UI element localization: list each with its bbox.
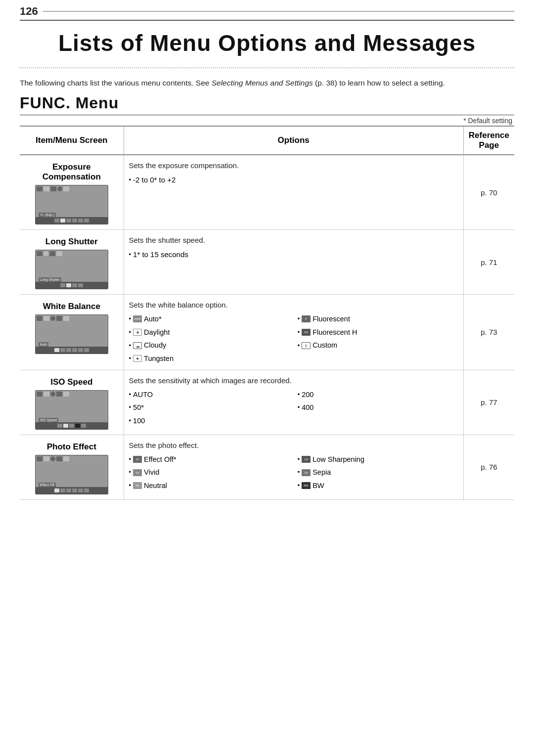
option-text: Vivid (144, 466, 159, 479)
option-item: • F Fluorescent (298, 313, 458, 325)
screen-icon (44, 456, 49, 461)
item-cell-iso: ISO Speed ISO Speed (20, 370, 124, 435)
options-desc-longshutter: Sets the shutter speed. (129, 235, 458, 245)
option-text: Custom (312, 339, 337, 352)
option-item: • -2 to 0* to +2 (129, 174, 458, 186)
default-note: * Default setting (20, 117, 514, 125)
screen-bottom-bar (36, 422, 108, 429)
option-item: • Ef Effect Off* (129, 453, 290, 466)
section-heading: FUNC. Menu (20, 94, 514, 116)
screen-icon (37, 316, 43, 321)
option-icon-auto: AWB (133, 315, 142, 322)
item-cell-longshutter: Long Shutter Long Shutter (20, 230, 124, 295)
page-title: Lists of Menu Options and Messages (20, 21, 514, 68)
screen-mockup-photo-effect: Effect Off (35, 455, 108, 494)
ref-page-photo-effect: p. 76 (481, 463, 497, 471)
screen-icon (56, 316, 62, 321)
screen-label: Effect Off (39, 483, 56, 487)
screen-icon (37, 392, 43, 397)
screen-icon (44, 392, 49, 397)
options-cell-iso: Sets the sensitivity at which images are… (124, 370, 463, 435)
screen-icon (50, 186, 56, 191)
options-desc-exposure: Sets the exposure compensation. (129, 160, 458, 171)
option-item: • ☀ Daylight (129, 326, 290, 339)
option-text: Daylight (144, 326, 170, 339)
col-header-options: Options (124, 126, 463, 155)
option-text: BW (312, 480, 324, 492)
option-text: 50* (133, 401, 144, 414)
option-text: Cloudy (144, 339, 166, 352)
screen-bottom-bar (36, 282, 108, 289)
option-icon-bw: BW (302, 482, 311, 489)
screen-icon (49, 251, 55, 256)
screen-icon (44, 316, 49, 321)
item-cell-photo-effect: Photo Effect Effect Off (20, 435, 124, 499)
option-icon-lowsharp: LS (302, 456, 311, 463)
options-grid-wb: • AWB Auto* • F Fluorescent • ☀ Dayl (129, 313, 458, 365)
table-row: White Balance Auto (20, 295, 514, 370)
screen-bottom-bar (36, 487, 108, 494)
option-text: Auto* (144, 313, 161, 325)
option-text: 200 (302, 389, 313, 401)
table-row: ISO Speed ISO Speed (20, 370, 514, 435)
col-header-item: Item/Menu Screen (20, 126, 124, 155)
option-item: • AUTO (129, 389, 290, 401)
screen-icon (57, 186, 62, 191)
ref-page-exposure: p. 70 (481, 188, 497, 197)
screen-bottom-bar (36, 217, 108, 224)
item-name-exposure: Exposure Compensation (25, 162, 119, 182)
option-item: • AWB Auto* (129, 313, 290, 325)
ref-cell-photo-effect: p. 76 (463, 435, 514, 499)
ref-cell-longshutter: p. 71 (463, 230, 514, 295)
screen-icon (50, 392, 55, 397)
col-header-ref: ReferencePage (463, 126, 514, 155)
screen-icon (50, 456, 55, 461)
ref-page-wb: p. 73 (481, 328, 497, 336)
option-item: • C Custom (298, 339, 458, 352)
option-item: • 50* (129, 401, 290, 414)
page-number-line (43, 11, 514, 12)
option-item: • LS Low Sharpening (298, 453, 458, 466)
option-text: AUTO (133, 389, 153, 401)
option-text: Fluorescent (312, 313, 350, 325)
option-item: • ✦ Tungsten (129, 353, 290, 365)
option-item: • 1* to 15 seconds (129, 248, 458, 261)
option-text: Effect Off* (144, 453, 177, 466)
ref-cell-exposure: p. 70 (463, 155, 514, 230)
item-name-photo-effect: Photo Effect (25, 442, 119, 452)
option-icon-effectoff: Ef (133, 456, 142, 463)
option-icon-neutral: Ne (133, 482, 142, 489)
screen-icon (50, 316, 55, 321)
options-cell-longshutter: Sets the shutter speed. • 1* to 15 secon… (124, 230, 463, 295)
option-text: 100 (133, 415, 145, 427)
screen-label: Auto (39, 342, 48, 347)
screen-icon (56, 392, 62, 397)
screen-icon (37, 456, 43, 461)
options-desc-iso: Sets the sensitivity at which images are… (129, 375, 458, 386)
screen-icon (44, 251, 48, 256)
screen-mockup-iso: ISO Speed (35, 390, 108, 430)
option-item: • 100 (129, 415, 290, 427)
option-icon-vivid: Vv (133, 469, 142, 476)
option-icon-sepia: Se (302, 469, 311, 476)
option-icon-custom: C (302, 342, 311, 349)
screen-mockup-longshutter: Long Shutter (35, 250, 108, 289)
screen-icon (63, 392, 69, 397)
page-wrapper: 126 Lists of Menu Options and Messages T… (0, 0, 534, 756)
item-name-longshutter: Long Shutter (25, 237, 119, 247)
page-number-bar: 126 (20, 0, 514, 21)
options-cell-wb: Sets the white balance option. • AWB Aut… (124, 295, 463, 370)
screen-icon (63, 186, 69, 191)
screen-icon (37, 186, 43, 191)
option-text: Sepia (312, 466, 331, 479)
option-icon-fluorescent: F (302, 315, 311, 322)
menu-table: Item/Menu Screen Options ReferencePage E… (20, 126, 514, 500)
item-cell-wb: White Balance Auto (20, 295, 124, 370)
option-item: • 400 (298, 401, 458, 414)
option-text: 1* to 15 seconds (133, 248, 188, 261)
option-text: Neutral (144, 480, 167, 492)
screen-icon (63, 456, 69, 461)
options-grid-photo-effect: • Ef Effect Off* • LS Low Sharpening • V… (129, 453, 458, 492)
table-row: Long Shutter Long Shutter (20, 230, 514, 295)
screen-label: Long Shutter (39, 277, 61, 282)
